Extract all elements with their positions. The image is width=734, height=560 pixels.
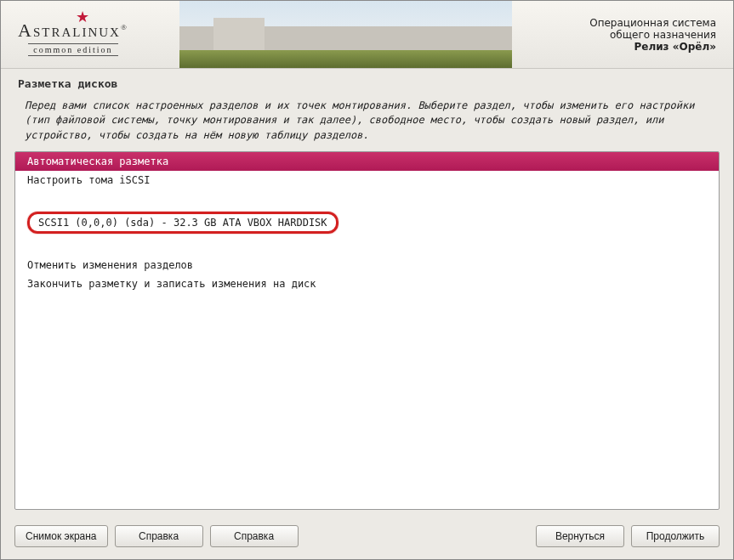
partition-listbox[interactable]: Автоматическая разметка Настроить тома i… — [14, 151, 720, 510]
installer-window: ★ Astralinux® common edition Операционна… — [0, 0, 734, 560]
continue-button[interactable]: Продолжить — [631, 525, 720, 547]
header-right: Операционная система общего назначения Р… — [589, 17, 716, 53]
list-item-disk-wrap: SCSI1 (0,0,0) (sda) - 32.3 GB ATA VBOX H… — [24, 210, 710, 235]
instructions-text: Перед вами список настроенных разделов и… — [14, 95, 720, 151]
help-button-1[interactable]: Справка — [115, 525, 203, 547]
list-item-finish[interactable]: Закончить разметку и записать изменения … — [15, 274, 719, 293]
screenshot-button[interactable]: Снимок экрана — [14, 525, 108, 547]
list-item-undo[interactable]: Отменить изменения разделов — [15, 256, 719, 274]
button-group-left: Снимок экрана Справка Справка — [14, 525, 299, 547]
list-item-iscsi[interactable]: Настроить тома iSCSI — [15, 171, 719, 189]
help-button-2[interactable]: Справка — [210, 525, 299, 547]
header-line-1: Операционная система — [589, 17, 716, 29]
button-group-right: Вернуться Продолжить — [536, 525, 720, 547]
list-item-disk[interactable]: SCSI1 (0,0,0) (sda) - 32.3 GB ATA VBOX H… — [27, 212, 339, 234]
list-item-auto-partition[interactable]: Автоматическая разметка — [15, 152, 719, 171]
logo-subtext: common edition — [28, 43, 117, 56]
header-line-3: Релиз «Орёл» — [589, 41, 716, 53]
logo-text: Astralinux® — [18, 20, 128, 42]
button-bar: Снимок экрана Справка Справка Вернуться … — [1, 518, 733, 559]
banner-artwork — [179, 1, 512, 69]
logo: ★ Astralinux® common edition — [18, 13, 128, 56]
banner: ★ Astralinux® common edition Операционна… — [1, 1, 733, 69]
back-button[interactable]: Вернуться — [536, 525, 624, 547]
header-line-2: общего назначения — [589, 29, 716, 41]
page-title: Разметка дисков — [1, 69, 733, 95]
content-area: Перед вами список настроенных разделов и… — [14, 95, 720, 510]
